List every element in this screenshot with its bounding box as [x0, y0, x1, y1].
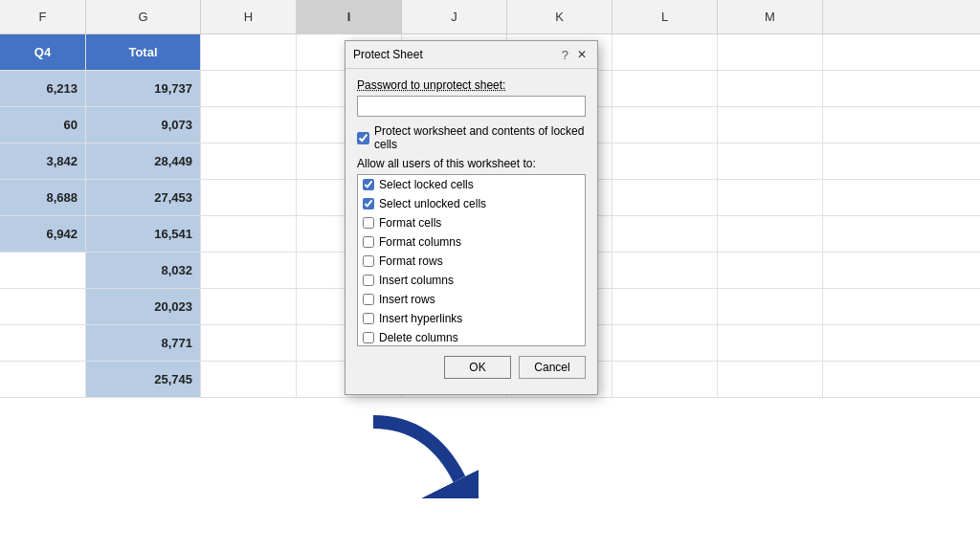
list-item-checkbox[interactable]: [363, 255, 374, 267]
list-item: Select locked cells: [358, 175, 585, 194]
list-item-label: Format cells: [379, 216, 441, 230]
list-item-checkbox[interactable]: [363, 313, 374, 324]
list-item: Insert rows: [358, 290, 585, 309]
dialog-overlay: Protect Sheet ? ✕ Password to unprotect …: [0, 0, 980, 551]
list-item: Select unlocked cells: [358, 194, 585, 213]
dialog-titlebar: Protect Sheet ? ✕: [345, 41, 597, 69]
list-item-label: Select locked cells: [379, 178, 474, 191]
cancel-button[interactable]: Cancel: [519, 356, 586, 379]
protect-sheet-dialog: Protect Sheet ? ✕ Password to unprotect …: [345, 40, 598, 395]
protect-checkbox-row: Protect worksheet and contents of locked…: [357, 124, 586, 151]
permissions-list[interactable]: Select locked cellsSelect unlocked cells…: [357, 174, 586, 346]
list-item-label: Format rows: [379, 254, 443, 268]
list-item-checkbox[interactable]: [363, 236, 374, 248]
list-item: Insert hyperlinks: [358, 309, 585, 328]
list-item: Format rows: [358, 252, 585, 271]
list-item-checkbox[interactable]: [363, 332, 374, 343]
list-item-checkbox[interactable]: [363, 179, 374, 190]
list-item-checkbox[interactable]: [363, 217, 374, 229]
dialog-close-button[interactable]: ✕: [574, 47, 590, 62]
protect-checkbox[interactable]: [357, 132, 369, 144]
allow-label: Allow all users of this worksheet to:: [357, 157, 586, 170]
ok-button[interactable]: OK: [444, 356, 511, 379]
list-item-checkbox[interactable]: [363, 294, 374, 305]
list-item: Format cells: [358, 213, 585, 232]
dialog-title-controls: ? ✕: [562, 47, 590, 62]
dialog-title: Protect Sheet: [353, 48, 423, 61]
list-item-label: Format columns: [379, 235, 461, 249]
list-item-label: Insert rows: [379, 293, 435, 306]
dialog-help-button[interactable]: ?: [562, 48, 568, 62]
blue-arrow: [354, 412, 479, 498]
list-item-label: Select unlocked cells: [379, 197, 486, 210]
list-item: Delete columns: [358, 328, 585, 346]
dialog-body: Password to unprotect sheet: Protect wor…: [345, 69, 597, 394]
list-item-checkbox[interactable]: [363, 275, 374, 286]
list-item-label: Insert hyperlinks: [379, 312, 462, 325]
list-item-label: Delete columns: [379, 331, 458, 344]
list-item: Insert columns: [358, 271, 585, 290]
protect-checkbox-label: Protect worksheet and contents of locked…: [374, 124, 586, 151]
list-item-checkbox[interactable]: [363, 198, 374, 209]
list-item: Format columns: [358, 232, 585, 252]
list-item-label: Insert columns: [379, 274, 454, 287]
dialog-buttons: OK Cancel: [357, 356, 586, 385]
password-label: Password to unprotect sheet:: [357, 78, 586, 92]
password-input[interactable]: [357, 96, 586, 117]
